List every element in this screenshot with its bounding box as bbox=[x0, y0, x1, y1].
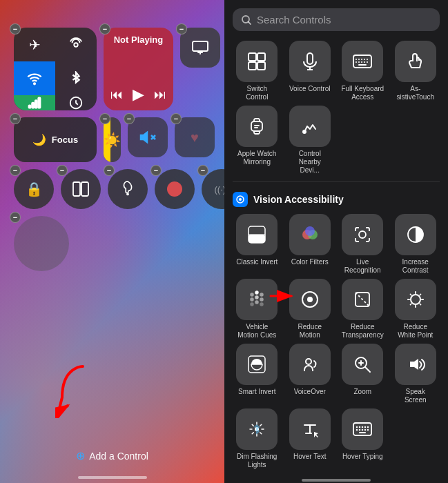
prev-track-btn[interactable]: ⏮ bbox=[110, 88, 123, 102]
focus-indicator-btn[interactable] bbox=[55, 95, 97, 110]
svg-line-76 bbox=[365, 367, 370, 372]
svg-rect-2 bbox=[29, 106, 31, 108]
svg-point-57 bbox=[255, 301, 258, 304]
cc-row-1: − ✈ bbox=[14, 28, 211, 110]
svg-rect-5 bbox=[39, 98, 41, 108]
svg-rect-12 bbox=[81, 182, 88, 196]
screen-mirror-btn[interactable] bbox=[180, 28, 220, 68]
hover-text-item[interactable]: Hover Text bbox=[286, 408, 335, 469]
svg-point-55 bbox=[260, 298, 263, 301]
connectivity-widget: − ✈ bbox=[14, 28, 97, 110]
add-control-label: Add a Control bbox=[89, 451, 148, 462]
assistive-touch-icon bbox=[395, 41, 436, 82]
minus-badge-mirror[interactable]: − bbox=[57, 165, 68, 176]
reduce-transparency-item[interactable]: Reduce Transparency bbox=[338, 279, 387, 339]
minus-badge-brightness[interactable]: − bbox=[99, 113, 110, 124]
apple-watch-item[interactable]: Apple Watch Mirroring bbox=[233, 106, 282, 175]
minus-badge-heart[interactable]: − bbox=[171, 113, 182, 124]
media-widget: − Not Playing ⏮ ▶ ⏭ bbox=[104, 28, 173, 110]
bottom-dot-1: − bbox=[14, 216, 69, 271]
apple-watch-label: Apple Watch Mirroring bbox=[235, 150, 278, 166]
color-filters-item[interactable]: Color Filters bbox=[286, 214, 335, 275]
minus-badge-focus[interactable]: − bbox=[10, 113, 21, 124]
connectivity-grid: ✈ bbox=[14, 28, 97, 110]
mirror-btn[interactable] bbox=[61, 169, 101, 209]
svg-point-0 bbox=[74, 43, 78, 47]
svg-rect-18 bbox=[257, 53, 265, 61]
add-control-arrow bbox=[55, 363, 97, 421]
vehicle-motion-item[interactable]: Vehicle Motion Cues bbox=[233, 279, 282, 339]
speak-screen-label: Speak Screen bbox=[394, 388, 437, 404]
dim-flashing-label: Dim Flashing Lights bbox=[235, 453, 278, 469]
full-keyboard-item[interactable]: Full Keyboard Access bbox=[338, 41, 387, 101]
svg-point-48 bbox=[359, 231, 366, 238]
svg-rect-36 bbox=[251, 121, 262, 131]
vision-icon bbox=[233, 192, 248, 207]
media-not-playing: Not Playing bbox=[110, 34, 166, 45]
search-bar[interactable]: Search Controls bbox=[233, 8, 440, 31]
live-recognition-item[interactable]: Live Recognition bbox=[338, 214, 387, 275]
home-indicator-right bbox=[224, 473, 448, 483]
voiceover-icon bbox=[289, 344, 331, 385]
svg-point-13 bbox=[126, 193, 129, 196]
svg-line-16 bbox=[249, 21, 251, 24]
dim-flashing-item[interactable]: Dim Flashing Lights bbox=[233, 408, 282, 469]
svg-point-41 bbox=[239, 198, 242, 201]
record-btn[interactable] bbox=[155, 169, 195, 209]
focus-btn[interactable]: 🌙 Focus bbox=[14, 117, 97, 162]
reduce-white-point-label: Reduce White Point bbox=[394, 323, 437, 339]
voice-control-item[interactable]: Voice Control bbox=[286, 41, 335, 101]
hearing-btn[interactable] bbox=[108, 169, 148, 209]
minus-badge-record[interactable]: − bbox=[150, 165, 162, 176]
next-track-btn[interactable]: ⏭ bbox=[154, 88, 166, 102]
cellular-btn[interactable] bbox=[14, 95, 55, 110]
mute-btn[interactable] bbox=[128, 117, 168, 157]
hover-typing-item[interactable]: Hover Typing bbox=[338, 408, 387, 469]
svg-point-47 bbox=[305, 226, 315, 236]
reduce-white-point-item[interactable]: Reduce White Point bbox=[391, 279, 440, 339]
wifi-btn[interactable] bbox=[14, 61, 55, 95]
control-nearby-icon bbox=[289, 106, 331, 147]
minus-badge-lock[interactable]: − bbox=[10, 165, 21, 176]
minus-badge-signal[interactable]: − bbox=[197, 165, 208, 176]
airplane-btn[interactable]: ✈ bbox=[14, 28, 55, 61]
vision-section-header: Vision Accessibility bbox=[224, 185, 448, 210]
heart-btn[interactable]: ♥ bbox=[175, 117, 215, 157]
switch-control-item[interactable]: Switch Control bbox=[233, 41, 282, 101]
minus-badge-sm1[interactable]: − bbox=[176, 23, 187, 34]
svg-point-53 bbox=[251, 298, 253, 301]
svg-line-71 bbox=[420, 294, 420, 295]
add-control-button[interactable]: ⊕ Add a Control bbox=[76, 449, 148, 462]
minus-badge-media[interactable]: − bbox=[99, 23, 110, 34]
zoom-icon bbox=[342, 344, 383, 385]
minus-badge-d1[interactable]: − bbox=[10, 212, 21, 223]
classic-invert-item[interactable]: Classic Invert bbox=[233, 214, 282, 275]
media-controls: ⏮ ▶ ⏭ bbox=[110, 86, 166, 103]
voiceover-item[interactable]: VoiceOver bbox=[286, 344, 335, 404]
minus-badge-1[interactable]: − bbox=[10, 23, 21, 34]
smart-invert-item[interactable]: Smart Invert bbox=[233, 344, 282, 404]
svg-rect-21 bbox=[307, 53, 313, 64]
vehicle-motion-label: Vehicle Motion Cues bbox=[235, 323, 278, 339]
increase-contrast-item[interactable]: Increase Contrast bbox=[391, 214, 440, 275]
reduce-motion-label: Reduce Motion bbox=[289, 323, 331, 339]
assistive-touch-item[interactable]: As-sistiveTouch bbox=[391, 41, 440, 101]
airdrop-btn[interactable] bbox=[55, 28, 97, 61]
control-nearby-item[interactable]: Control Nearby Devi... bbox=[286, 106, 335, 175]
zoom-item[interactable]: Zoom bbox=[338, 344, 387, 404]
reduce-transparency-icon bbox=[342, 279, 383, 320]
dot-btn-1[interactable] bbox=[14, 216, 69, 271]
svg-rect-20 bbox=[257, 62, 265, 70]
svg-marker-8 bbox=[141, 132, 147, 142]
svg-line-85 bbox=[252, 424, 253, 426]
play-pause-btn[interactable]: ▶ bbox=[133, 86, 144, 103]
reduce-white-point-icon bbox=[395, 279, 436, 320]
speak-screen-item[interactable]: Speak Screen bbox=[391, 344, 440, 404]
left-panel: − ✈ bbox=[0, 0, 224, 483]
bluetooth-btn[interactable] bbox=[55, 61, 97, 95]
vision-controls-grid: Classic Invert Color Filters bbox=[224, 210, 448, 473]
svg-point-61 bbox=[307, 297, 313, 302]
minus-badge-mute[interactable]: − bbox=[124, 113, 135, 124]
lock-rotation-btn[interactable]: 🔒 bbox=[14, 169, 54, 209]
minus-badge-hearing[interactable]: − bbox=[104, 165, 115, 176]
